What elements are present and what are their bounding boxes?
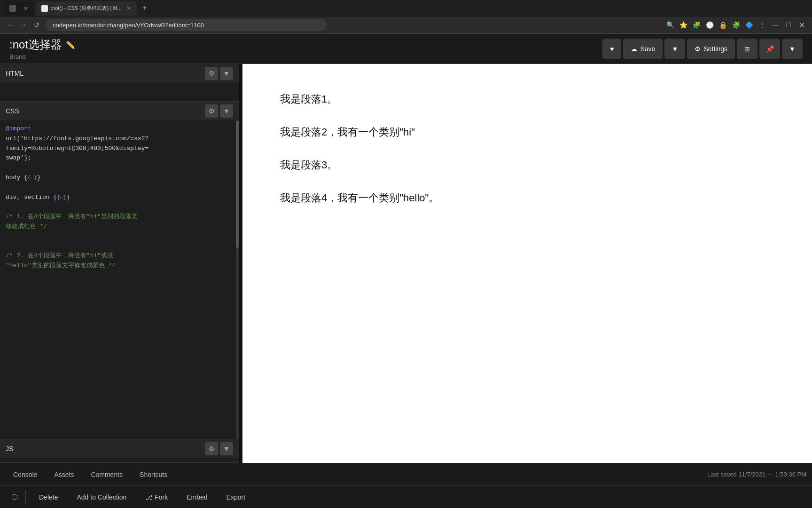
new-tab-button[interactable]: + (139, 3, 151, 13)
code-line-12 (6, 232, 233, 242)
maximize-icon[interactable]: □ (784, 20, 793, 30)
minimize-icon[interactable]: — (771, 20, 780, 30)
editor-scrollbar[interactable] (236, 120, 239, 439)
tab-close-1[interactable]: ✕ (23, 5, 28, 12)
code-line-7 (6, 183, 233, 193)
tab-active[interactable]: :not() - CSS (层叠样式表) | M... ✕ (36, 1, 137, 16)
add-to-collection-button[interactable]: Add to Collection (69, 490, 134, 505)
code-line-3: family=Roboto:wght@300;400;500&display= (6, 144, 233, 154)
bottom-action-bar: ⬡ Delete Add to Collection ⎇ Fork Embed … (0, 485, 812, 508)
pen-title: :not选择器 ✏️ (9, 37, 602, 52)
code-line-10: /* 1. 在4个段落中，将没有"hi"类别的段落文 (6, 212, 233, 222)
embed-button[interactable]: Embed (179, 490, 215, 505)
css-lang-label: CSS (6, 107, 203, 115)
code-line-4: swap'); (6, 153, 233, 163)
css-code-area[interactable]: @import url('https://fonts.googleapis.co… (0, 120, 239, 439)
pen-info: :not选择器 ✏️ Brand (9, 37, 602, 60)
html-editor-header: HTML ⚙ ▼ (0, 64, 239, 83)
editor-panel: HTML ⚙ ▼ CSS ⚙ ▼ @import url('https://fo… (0, 64, 240, 463)
editor-scrollbar-thumb[interactable] (236, 121, 239, 248)
dropdown-arrow-icon: ▼ (671, 45, 678, 53)
heart-icon: ♥ (610, 45, 614, 53)
external-link-icon[interactable]: ⬡ (11, 492, 18, 501)
tab-favicon-2 (41, 5, 48, 12)
css-editor-header: CSS ⚙ ▼ (0, 102, 239, 120)
settings-label: Settings (703, 45, 727, 53)
cloud-icon: ☁ (631, 45, 637, 53)
fork-button[interactable]: ⎇ Fork (138, 490, 175, 505)
css-editor-section: CSS ⚙ ▼ @import url('https://fonts.googl… (0, 102, 239, 439)
preview-content: 我是段落1。 我是段落2，我有一个类别"hi" 我是段落3。 我是段落4，我有一… (242, 64, 812, 252)
settings-button[interactable]: ⚙ Settings (687, 39, 735, 59)
more-button[interactable]: ▼ (782, 39, 803, 59)
css-settings-button[interactable]: ⚙ (205, 104, 218, 118)
export-button[interactable]: Export (219, 490, 253, 505)
bottom-tabs-bar: Console Assets Comments Shortcuts Last s… (0, 463, 812, 485)
html-editor-section: HTML ⚙ ▼ (0, 64, 239, 102)
heart-button[interactable]: ♥ (602, 39, 621, 59)
grid-icon: ⊞ (744, 45, 750, 53)
divider-1 (25, 491, 26, 504)
tab-comments[interactable]: Comments (83, 467, 130, 482)
tab-shortcuts[interactable]: Shortcuts (132, 467, 175, 482)
tab-inactive-1[interactable]: ✕ (4, 1, 34, 16)
extension-icon-3[interactable]: 🔒 (718, 20, 727, 30)
delete-button[interactable]: Delete (31, 490, 65, 505)
html-lang-label: HTML (6, 70, 203, 77)
view-button[interactable]: ⊞ (737, 39, 757, 59)
reload-icon[interactable]: ↺ (32, 20, 41, 30)
code-line-11: 修改成红色 */ (6, 222, 233, 232)
js-settings-button[interactable]: ⚙ (205, 442, 218, 455)
forward-icon[interactable]: → (19, 20, 28, 30)
pen-title-text: :not选择器 (9, 37, 62, 52)
preview-panel: 我是段落1。 我是段落2，我有一个类别"hi" 我是段落3。 我是段落4，我有一… (242, 64, 812, 463)
save-label: Save (640, 45, 655, 53)
tab-assets[interactable]: Assets (47, 467, 81, 482)
preview-para-1: 我是段落1。 (280, 92, 774, 106)
code-line-14: /* 2. 在4个段落中，将没有"hi"或没 (6, 251, 233, 261)
extension-icon-2[interactable]: 🕒 (705, 20, 714, 30)
code-line-13 (6, 242, 233, 252)
bookmark-icon[interactable]: ⭐ (679, 20, 688, 30)
window-close-icon[interactable]: ✕ (797, 20, 806, 30)
tab-close-2[interactable]: ✕ (126, 5, 131, 12)
save-button[interactable]: ☁ Save (623, 39, 663, 59)
edit-title-icon[interactable]: ✏️ (66, 40, 75, 49)
browser-chrome: ✕ :not() - CSS (层叠样式表) | M... ✕ + ← → ↺ … (0, 0, 812, 34)
extension-icon-4[interactable]: 🧩 (731, 20, 741, 30)
extension-icon-5[interactable]: 🔷 (744, 20, 754, 30)
address-input[interactable] (45, 19, 327, 31)
tab-console[interactable]: Console (6, 467, 45, 482)
js-editor-section: JS ⚙ ▼ (0, 439, 239, 463)
more-arrow-icon: ▼ (789, 45, 796, 53)
code-line-1: @import (6, 124, 233, 134)
extension-icon-1[interactable]: 🧩 (692, 20, 701, 30)
code-line-5 (6, 163, 233, 173)
menu-icon[interactable]: ⋮ (757, 20, 767, 30)
pin-icon: 📌 (766, 45, 774, 53)
preview-para-2: 我是段落2，我有一个类别"hi" (280, 125, 774, 139)
tab-title-2: :not() - CSS (层叠样式表) | M... (51, 5, 122, 12)
js-collapse-button[interactable]: ▼ (220, 442, 233, 455)
header-actions: ♥ ☁ Save ▼ ⚙ Settings ⊞ 📌 ▼ (602, 39, 803, 59)
address-bar: ← → ↺ 🔍 ⭐ 🧩 🕒 🔒 🧩 🔷 ⋮ — □ ✕ (0, 17, 812, 34)
save-dropdown-button[interactable]: ▼ (664, 39, 685, 59)
preview-para-4: 我是段落4，我有一个类别"hello"。 (280, 191, 774, 205)
code-line-8: div, section {{↔}} (6, 193, 233, 203)
tab-favicon-1 (9, 5, 16, 12)
tab-bar: ✕ :not() - CSS (层叠样式表) | M... ✕ + (0, 0, 812, 17)
search-icon[interactable]: 🔍 (665, 20, 675, 30)
back-icon[interactable]: ← (6, 20, 15, 30)
browser-action-icons: 🔍 ⭐ 🧩 🕒 🔒 🧩 🔷 ⋮ — □ ✕ (665, 20, 806, 30)
preview-para-3: 我是段落3。 (280, 158, 774, 172)
js-lang-label: JS (6, 445, 203, 452)
pen-subtitle: Brand (9, 53, 602, 60)
html-collapse-button[interactable]: ▼ (220, 67, 233, 80)
gear-icon: ⚙ (695, 45, 701, 53)
code-line-6: body {{↔}} (6, 173, 233, 183)
code-line-9 (6, 202, 233, 212)
html-settings-button[interactable]: ⚙ (205, 67, 218, 80)
css-collapse-button[interactable]: ▼ (220, 104, 233, 118)
main-content: HTML ⚙ ▼ CSS ⚙ ▼ @import url('https://fo… (0, 64, 812, 463)
pin-button[interactable]: 📌 (759, 39, 780, 59)
